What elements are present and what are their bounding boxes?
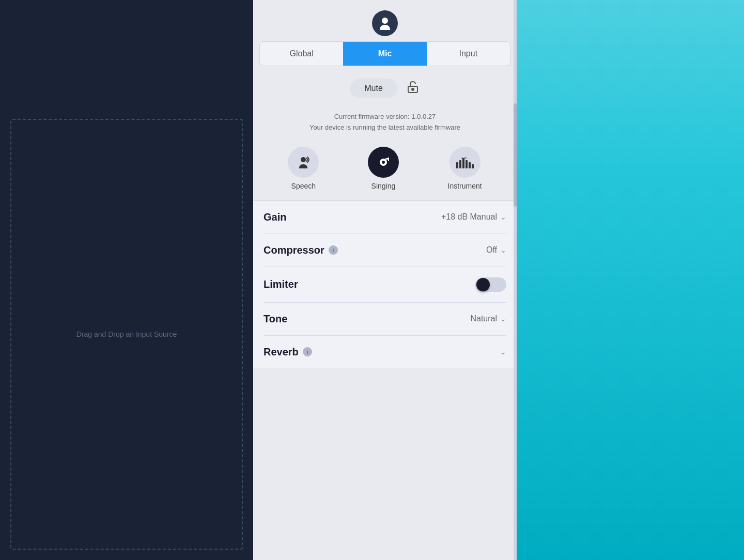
svg-point-0 (382, 18, 388, 24)
svg-rect-13 (472, 164, 474, 168)
compressor-value: Off (486, 245, 497, 255)
speech-label: Speech (291, 182, 316, 190)
gain-label: Gain (264, 211, 286, 223)
svg-rect-12 (469, 162, 471, 168)
svg-text:A: A (461, 157, 463, 160)
avatar (372, 10, 398, 36)
mute-area: Mute (253, 66, 517, 106)
drag-drop-text: Drag and Drop an Input Source (76, 330, 177, 338)
compressor-label: Compressor i (264, 244, 338, 256)
svg-rect-11 (466, 160, 468, 168)
gain-value: +18 dB Manual (441, 212, 497, 222)
tab-input[interactable]: Input (427, 42, 510, 66)
reverb-control[interactable]: ⌄ (500, 348, 506, 356)
limiter-row: Limiter (264, 267, 506, 303)
tone-row: Tone Natural ⌄ (264, 303, 506, 336)
gain-row: Gain +18 dB Manual ⌄ (264, 201, 506, 234)
right-panel (512, 0, 744, 560)
reverb-info-icon[interactable]: i (303, 347, 312, 356)
compressor-row: Compressor i Off ⌄ (264, 234, 506, 267)
lock-button[interactable] (406, 80, 420, 97)
tone-control[interactable]: Natural ⌄ (470, 314, 506, 323)
instrument-label: Instrument (448, 182, 482, 190)
limiter-toggle[interactable] (475, 277, 506, 292)
firmware-info: Current firmware version: 1.0.0.27 Your … (253, 106, 517, 138)
speech-icon-circle (288, 147, 319, 178)
drag-drop-area[interactable]: Drag and Drop an Input Source (10, 119, 243, 550)
svg-rect-10 (462, 158, 464, 168)
limiter-toggle-thumb (476, 278, 490, 291)
avatar-area (253, 0, 517, 41)
tab-bar: Global Mic Input (259, 41, 510, 66)
tone-chevron: ⌄ (500, 315, 506, 323)
compressor-control[interactable]: Off ⌄ (486, 245, 506, 255)
left-panel: Drag and Drop an Input Source (0, 0, 253, 560)
svg-point-3 (301, 157, 306, 162)
singing-icon-circle (368, 147, 399, 178)
reverb-label: Reverb i (264, 346, 312, 358)
limiter-label: Limiter (264, 278, 298, 290)
tone-value: Natural (470, 314, 497, 323)
instrument-icon-circle: A B (450, 147, 481, 178)
compressor-chevron: ⌄ (500, 246, 506, 254)
tone-label: Tone (264, 313, 287, 325)
mode-speech[interactable]: Speech (288, 147, 319, 190)
scrollbar[interactable] (514, 0, 517, 560)
limiter-control[interactable] (475, 277, 506, 292)
tab-global[interactable]: Global (260, 42, 343, 66)
firmware-version: Current firmware version: 1.0.0.27 (264, 112, 506, 122)
mode-selector: Speech Singing (253, 138, 517, 201)
svg-point-6 (382, 161, 385, 164)
mode-instrument[interactable]: A B Instrument (448, 147, 482, 190)
reverb-chevron: ⌄ (500, 348, 506, 356)
scroll-thumb[interactable] (514, 103, 517, 207)
gain-control[interactable]: +18 dB Manual ⌄ (441, 212, 506, 222)
firmware-status: Your device is running the latest availa… (264, 122, 506, 133)
mode-singing[interactable]: Singing (368, 147, 399, 190)
svg-rect-8 (456, 162, 458, 168)
svg-point-2 (412, 88, 414, 90)
mute-button[interactable]: Mute (350, 79, 397, 98)
svg-text:B: B (464, 157, 467, 160)
reverb-row: Reverb i ⌄ (264, 336, 506, 368)
singing-label: Singing (371, 182, 396, 190)
compressor-info-icon[interactable]: i (329, 245, 338, 255)
main-panel: Global Mic Input Mute Current firmware v… (253, 0, 517, 560)
tab-mic[interactable]: Mic (343, 42, 426, 66)
svg-rect-9 (459, 160, 461, 168)
settings-section: Gain +18 dB Manual ⌄ Compressor i Off ⌄ … (253, 201, 517, 368)
gain-chevron: ⌄ (500, 213, 506, 221)
